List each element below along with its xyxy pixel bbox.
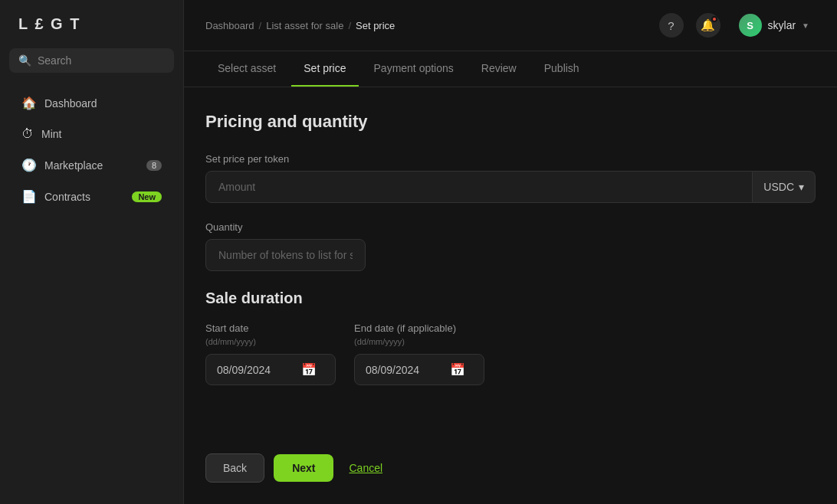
end-date-group: End date (if applicable) (dd/mm/yyyy) 📅: [354, 322, 484, 385]
contracts-icon: 📄: [21, 189, 37, 204]
sidebar-item-label: Marketplace: [44, 159, 103, 172]
sidebar-item-mint[interactable]: ⏱ Mint: [6, 119, 177, 149]
quantity-field-group: Quantity: [205, 221, 816, 271]
search-box[interactable]: 🔍: [9, 48, 174, 73]
sidebar-item-dashboard[interactable]: 🏠 Dashboard: [6, 88, 177, 118]
user-menu[interactable]: S skylar ▼: [733, 11, 816, 40]
tab-payment-options[interactable]: Payment options: [362, 51, 466, 87]
cancel-button[interactable]: Cancel: [343, 454, 389, 482]
page-title: Pricing and quantity: [205, 112, 816, 132]
breadcrumb-list-asset[interactable]: List asset for sale: [266, 20, 343, 31]
sidebar-item-marketplace[interactable]: 🕐 Marketplace 8: [6, 150, 177, 180]
quantity-input[interactable]: [205, 239, 366, 271]
currency-chevron-icon: ▾: [799, 181, 804, 193]
price-field-group: Set price per token USDC ▾: [205, 153, 816, 203]
search-icon: 🔍: [18, 54, 31, 67]
sidebar-item-label: Mint: [41, 128, 61, 140]
sidebar-item-label: Contracts: [44, 191, 90, 203]
end-date-input[interactable]: [366, 364, 442, 376]
start-date-group: Start date (dd/mm/yyyy) 📅: [205, 322, 336, 385]
marketplace-icon: 🕐: [21, 158, 37, 172]
page-content: Pricing and quantity Set price per token…: [184, 87, 837, 438]
quantity-label: Quantity: [205, 221, 816, 233]
date-row: Start date (dd/mm/yyyy) 📅 End date (if a…: [205, 322, 816, 385]
sidebar: L £ G T 🔍 🏠 Dashboard ⏱ Mint 🕐 Marketpla…: [0, 0, 184, 504]
amount-input[interactable]: [205, 171, 753, 203]
avatar: S: [739, 14, 762, 37]
price-row: USDC ▾: [205, 171, 816, 203]
sale-duration-title: Sale duration: [205, 290, 816, 307]
start-date-input-wrap[interactable]: 📅: [205, 354, 336, 385]
sidebar-nav: 🏠 Dashboard ⏱ Mint 🕐 Marketplace 8 📄 Con…: [0, 82, 183, 218]
chevron-down-icon: ▼: [802, 21, 809, 30]
tab-review[interactable]: Review: [469, 51, 529, 87]
start-calendar-icon[interactable]: 📅: [301, 362, 317, 377]
breadcrumb-dashboard[interactable]: Dashboard: [205, 20, 254, 31]
currency-select[interactable]: USDC ▾: [753, 171, 816, 203]
start-date-sublabel: (dd/mm/yyyy): [205, 337, 336, 346]
header-actions: ? 🔔 S skylar ▼: [659, 11, 816, 40]
breadcrumb: Dashboard / List asset for sale / Set pr…: [205, 20, 395, 31]
back-button[interactable]: Back: [205, 453, 264, 483]
marketplace-badge: 8: [146, 160, 162, 171]
breadcrumb-sep-1: /: [259, 20, 262, 31]
breadcrumb-set-price: Set price: [356, 20, 395, 31]
help-button[interactable]: ?: [659, 13, 684, 38]
currency-label: USDC: [763, 181, 794, 193]
tab-select-asset[interactable]: Select asset: [205, 51, 288, 87]
footer: Back Next Cancel: [184, 438, 837, 504]
contracts-badge-new: New: [132, 191, 162, 202]
home-icon: 🏠: [21, 96, 37, 110]
search-input[interactable]: [38, 54, 165, 67]
end-date-label: End date (if applicable): [354, 322, 484, 334]
tab-strip: Select asset Set price Payment options R…: [184, 51, 837, 87]
next-button[interactable]: Next: [274, 454, 333, 482]
mint-icon: ⏱: [21, 127, 34, 141]
app-logo: L £ G T: [0, 0, 183, 48]
price-label: Set price per token: [205, 153, 816, 165]
main-content: Dashboard / List asset for sale / Set pr…: [184, 0, 837, 504]
tab-publish[interactable]: Publish: [532, 51, 592, 87]
tab-set-price[interactable]: Set price: [291, 51, 358, 87]
end-date-input-wrap[interactable]: 📅: [354, 354, 484, 385]
header: Dashboard / List asset for sale / Set pr…: [184, 0, 837, 51]
notification-dot: [711, 16, 717, 22]
end-calendar-icon[interactable]: 📅: [450, 362, 465, 377]
start-date-label: Start date: [205, 322, 336, 334]
sidebar-item-label: Dashboard: [44, 97, 97, 110]
breadcrumb-sep-2: /: [348, 20, 351, 31]
username: skylar: [768, 19, 796, 31]
sidebar-item-contracts[interactable]: 📄 Contracts New: [6, 182, 177, 211]
end-date-sublabel: (dd/mm/yyyy): [354, 337, 484, 346]
notifications-button[interactable]: 🔔: [696, 13, 720, 38]
start-date-input[interactable]: [217, 364, 294, 376]
